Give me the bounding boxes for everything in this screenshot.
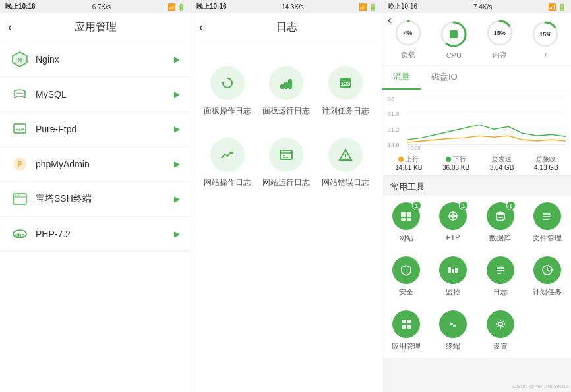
load-value: 4% [404,30,412,36]
app-name-pureftpd: Pure-Ftpd [36,124,174,134]
cron-icon-wrap [533,256,561,284]
tool-files[interactable]: 文件管理 [524,196,572,250]
speed-2: 14.3K/s [282,3,304,11]
legend-upload-row: 上行 [398,155,419,164]
legend-total-send: 总发送 3.64 GB [490,155,514,171]
stat-cpu: CPU [434,20,473,59]
cpu-block-icon [450,30,458,38]
app-item-php[interactable]: php PHP-7.2 ▶ [0,217,191,252]
arrow-php: ▶ [174,229,180,238]
app-name-nginx: Nginx [36,54,174,65]
stat-disk: 15% / [526,20,565,59]
tool-name-settings: 设置 [493,341,508,351]
tool-name-ftp: FTP [446,233,460,241]
site-run-icon [269,138,303,172]
log-label-panel-run: 面板运行日志 [262,105,310,117]
log-item-site-error[interactable]: 网站错误日志 [316,127,375,199]
phpmyadmin-icon: P [11,155,29,173]
tool-database[interactable]: 1 数据库 [477,196,524,250]
log-item-cron[interactable]: 123 计划任务日志 [316,55,375,127]
legend-upload: 上行 14.81 KB [395,155,422,171]
download-val: 36.03 KB [442,164,469,171]
tool-cron[interactable]: 计划任务 [524,250,572,304]
total-recv-val: 4.13 GB [534,164,558,171]
download-key: 下行 [453,155,466,164]
svg-rect-20 [280,150,292,159]
svg-text:N: N [18,57,22,63]
back-button-1[interactable]: ‹ [8,20,12,34]
arrow-pureftpd: ▶ [174,125,180,134]
app-item-phpmyadmin[interactable]: P phpMyAdmin ▶ [0,147,191,182]
log-item-panel-ops[interactable]: 面板操作日志 [198,55,257,127]
app-item-pureftpd[interactable]: FTP Pure-Ftpd ▶ [0,112,191,147]
tool-monitor[interactable]: 监控 [430,250,477,304]
status-icons-2: 📶 🔋 [359,3,376,11]
panel-run-icon [269,66,303,100]
log-item-panel-run[interactable]: 面板运行日志 [257,55,316,127]
app-item-mysql[interactable]: MySQL ▶ [0,77,191,112]
tool-security[interactable]: 安全 [382,250,430,304]
upload-val: 14.81 KB [395,164,422,171]
time-3: 晚上10:16 [388,2,417,11]
log-label-cron: 计划任务日志 [322,105,369,117]
tool-name-apps: 应用管理 [392,341,421,351]
svg-point-62 [498,322,502,326]
y-label-148: 14.8 [388,142,406,148]
files-icon-wrap [533,202,561,230]
app-item-ssh[interactable]: 宝塔SSH终端 ▶ [0,182,191,217]
tool-name-log: 日志 [493,287,508,297]
disk-label: / [545,51,547,59]
traffic-tabs: 流量 磁盘IO [382,66,571,90]
header-2: ‹ 日志 [191,13,382,42]
svg-point-12 [18,195,19,196]
dashboard-panel: 晚上10:16 7.4K/s 📶 🔋 ‹ 4% 负载 [382,0,571,392]
monitor-icon-wrap [439,256,467,284]
ftp-icon-wrap: 1 [439,202,467,230]
app-name-phpmyadmin: phpMyAdmin [36,159,174,169]
panel-ops-icon [210,66,245,100]
ssh-icon [11,190,29,208]
tab-disk-io[interactable]: 磁盘IO [421,66,468,90]
tools-grid: 1 网站 1 [382,196,571,358]
status-icons-3: 📶 🔋 [548,3,566,11]
website-badge: 1 [412,201,421,210]
tool-settings[interactable]: 设置 [477,304,524,358]
status-bar-2: 晚上10:16 14.3K/s 📶 🔋 [191,0,382,13]
app-name-mysql: MySQL [36,89,174,99]
log-item-site-ops[interactable]: 网站操作日志 [198,127,257,199]
database-icon-wrap: 1 [487,202,514,230]
memory-label: 内存 [493,50,507,60]
svg-rect-9 [13,194,26,204]
total-recv-key: 总接收 [536,155,556,164]
upload-key: 上行 [406,155,419,164]
svg-rect-40 [407,212,411,217]
app-list: N Nginx ▶ MySQL ▶ [0,42,191,392]
svg-text:P: P [18,161,22,168]
svg-line-56 [547,270,550,271]
tool-name-terminal: 终端 [446,341,460,351]
tool-ftp[interactable]: 1 FTP [430,196,477,250]
log-item-site-run[interactable]: 网站运行日志 [257,127,316,199]
svg-point-11 [15,195,16,196]
back-button-3[interactable]: ‹ [388,13,392,27]
site-ops-icon [210,138,245,172]
svg-rect-15 [281,85,284,88]
back-button-2[interactable]: ‹ [199,20,203,34]
stats-bar: ‹ 4% 负载 [382,13,571,66]
svg-rect-17 [289,80,291,88]
tool-log[interactable]: 日志 [477,250,524,304]
total-send-key: 总发送 [492,155,512,164]
page-title-2: 日志 [276,20,297,34]
terminal-icon-wrap [439,310,467,338]
tab-traffic[interactable]: 流量 [382,66,421,90]
tool-name-cron: 计划任务 [533,287,562,297]
arrow-nginx: ▶ [174,55,180,64]
tool-apps[interactable]: 应用管理 [382,304,430,358]
time-2: 晚上10:16 [196,2,227,11]
tool-terminal[interactable]: 终端 [430,304,477,358]
app-item-nginx[interactable]: N Nginx ▶ [0,42,191,77]
tool-website[interactable]: 1 网站 [382,196,430,250]
svg-text:123: 123 [341,80,351,87]
svg-rect-39 [401,212,406,217]
time-1: 晚上10:16 [5,2,36,11]
